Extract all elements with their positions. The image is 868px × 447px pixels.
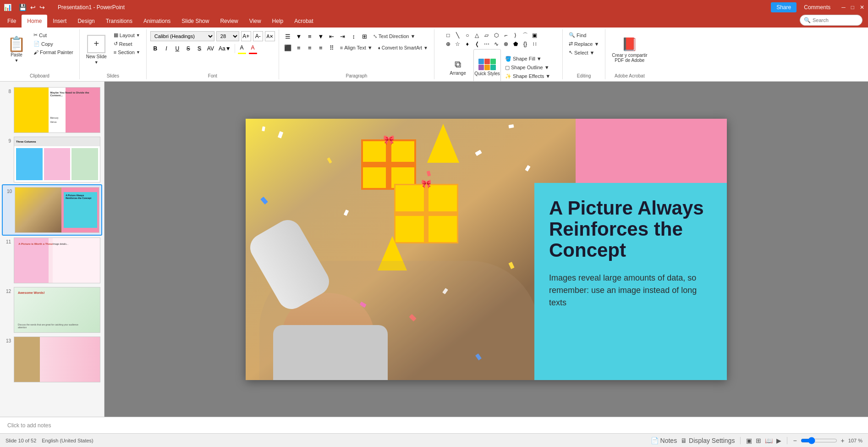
underline-button[interactable]: U [172,44,182,54]
shape-item-19[interactable]: {} [521,40,529,48]
increase-font-button[interactable]: A+ [241,31,251,41]
paste-dropdown-icon[interactable]: ▼ [15,58,19,63]
shape-item-9[interactable]: ⌒ [521,31,529,39]
search-input[interactable] [813,17,858,23]
zoom-out-button[interactable]: − [793,437,797,444]
decrease-font-button[interactable]: A- [253,31,263,41]
increase-indent-button[interactable]: ⇥ [338,31,348,41]
shape-item-5[interactable]: ▱ [483,31,491,39]
menu-design[interactable]: Design [72,15,100,28]
align-right-button[interactable]: ≡ [305,43,315,53]
clear-format-button[interactable]: A✕ [265,31,275,41]
shape-item-2[interactable]: ╲ [454,31,462,39]
slideshow-button[interactable]: ▶ [776,437,781,444]
decrease-indent-button[interactable]: ⇤ [327,31,337,41]
menu-transitions[interactable]: Transitions [100,15,138,28]
numbering-button[interactable]: ≡ [305,31,315,41]
format-painter-button[interactable]: 🖌 Format Painter [31,49,76,56]
slide-canvas[interactable]: 🎀 🎀 [246,119,727,380]
select-dropdown[interactable]: ▼ [590,50,595,55]
shape-item-20[interactable]: ∷ [531,40,539,48]
menu-view[interactable]: View [244,15,267,28]
new-slide-button[interactable]: + New Slide ▼ [83,31,110,68]
slide-thumb-8[interactable]: 8 Maybe You Need to Divide the Content..… [2,85,102,135]
layout-button[interactable]: ▦ Layout ▼ [111,31,143,39]
maximize-icon[interactable]: □ [851,4,854,11]
shape-effects-dropdown[interactable]: ▼ [545,73,550,79]
display-settings-button[interactable]: 🖥 Display Settings [681,437,735,444]
paste-button[interactable]: 📋 Paste ▼ [4,31,29,68]
columns-button[interactable]: ⊞ [360,31,370,41]
search-area[interactable]: 🔍 [800,15,863,26]
find-button[interactable]: 🔍 Find [566,31,601,39]
shape-item-15[interactable]: ⋯ [483,40,491,48]
shape-effects-button[interactable]: ✨ Shape Effects ▼ [503,72,553,80]
shape-item-1[interactable]: □ [444,31,452,39]
bold-button[interactable]: B [150,44,160,54]
copy-button[interactable]: 📄 Copy [31,40,76,48]
strikethrough-button[interactable]: S [183,44,193,54]
font-name-select[interactable]: Calibri (Headings) [150,31,214,41]
align-text-dropdown[interactable]: ▼ [368,45,373,50]
shape-item-17[interactable]: ⊗ [502,40,510,48]
shape-outline-button[interactable]: ▢ Shape Outline ▼ [503,64,553,72]
minimize-icon[interactable]: ─ [841,4,846,11]
shadow-button[interactable]: S [194,44,204,54]
close-icon[interactable]: ✕ [860,4,864,11]
slide-thumb-12[interactable]: 12 Awesome Words! Discuss the words that… [2,285,102,335]
notes-button[interactable]: 📄 Notes [651,437,677,444]
font-size-select[interactable]: 28 [216,31,239,41]
slide-thumb-11[interactable]: 11 A Picture is Worth a Thousand Words I… [2,236,102,285]
menu-review[interactable]: Review [214,15,243,28]
shape-item-18[interactable]: ⬟ [511,40,520,48]
shape-item-16[interactable]: ∿ [492,40,500,48]
bullets-button[interactable]: ☰ [283,31,293,41]
smartart-dropdown[interactable]: ▼ [423,45,428,50]
acrobat-button[interactable]: 📕 Crear y compartirPDF de Adobe [609,31,650,68]
shape-item-12[interactable]: ☆ [454,40,462,48]
reading-view-button[interactable]: 📖 [765,437,773,444]
new-slide-dropdown[interactable]: ▼ [94,60,99,65]
shape-item-4[interactable]: △ [473,31,481,39]
share-button[interactable]: Share [771,2,797,12]
replace-button[interactable]: ⇄ Replace ▼ [566,40,601,48]
shape-item-10[interactable]: ▣ [531,31,539,39]
char-spacing-button[interactable]: AV [205,44,216,54]
align-text-button[interactable]: ≡ Align Text ▼ [338,44,375,51]
shape-outline-dropdown[interactable]: ▼ [544,65,549,70]
menu-home[interactable]: Home [22,15,47,28]
shape-fill-dropdown[interactable]: ▼ [537,56,542,61]
align-left-button[interactable]: ⬛ [283,43,293,53]
comments-button[interactable]: Comments [804,4,830,11]
shape-item-7[interactable]: ⌐ [502,31,510,39]
shape-item-6[interactable]: ⬡ [492,31,500,39]
shape-item-8[interactable]: ⟩ [511,31,520,39]
arrange-button[interactable]: ⧉ Arrange [444,57,472,77]
slide-thumb-9[interactable]: 9 Three Columns [2,135,102,184]
align-center-button[interactable]: ≡ [294,43,304,53]
shape-item-14[interactable]: ❬ [473,40,481,48]
menu-insert[interactable]: Insert [47,15,72,28]
slide-cyan-box[interactable]: A Picture Always Reinforces the Concept … [534,183,727,380]
text-direction-button[interactable]: ⤡ Text Direction ▼ [371,33,418,40]
undo-icon[interactable]: ↩ [30,4,36,11]
font-color-button[interactable]: A [248,43,258,53]
section-dropdown[interactable]: ▼ [136,50,140,55]
reset-button[interactable]: ↺ Reset [111,40,143,48]
menu-file[interactable]: File [2,15,22,28]
shape-item-3[interactable]: ○ [463,31,472,39]
shape-fill-button[interactable]: 🪣 Shape Fill ▼ [503,55,553,63]
save-icon[interactable]: 💾 [19,4,27,11]
highlight-button[interactable]: A [237,43,247,53]
replace-dropdown[interactable]: ▼ [594,41,599,47]
menu-slideshow[interactable]: Slide Show [176,15,214,28]
bullets-dropdown[interactable]: ▼ [294,31,304,41]
menu-animations[interactable]: Animations [138,15,176,28]
italic-button[interactable]: I [161,44,171,54]
slide-photo[interactable]: 🎀 🎀 [246,119,576,380]
slide-thumb-10[interactable]: 10 A Picture Always Reinforces the Conce… [2,184,102,236]
redo-icon[interactable]: ↪ [39,4,45,11]
justify-button[interactable]: ≡ [316,43,326,53]
text-direction-dropdown[interactable]: ▼ [410,33,415,39]
layout-dropdown[interactable]: ▼ [136,33,140,38]
